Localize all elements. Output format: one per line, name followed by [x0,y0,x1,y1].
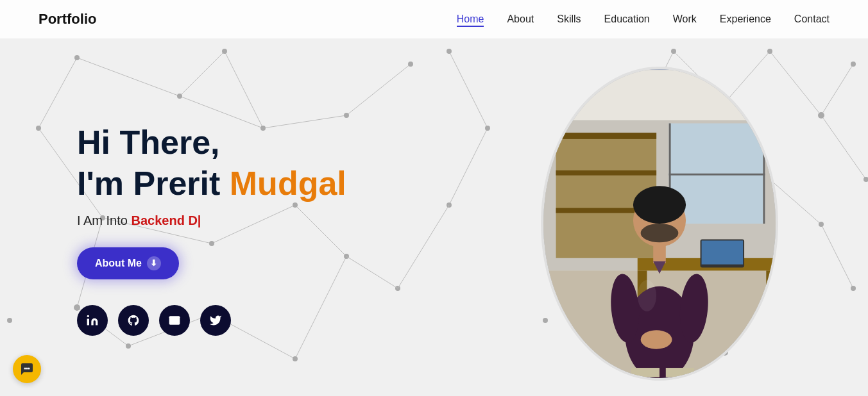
github-icon[interactable] [118,305,149,336]
profile-svg [543,67,776,381]
linkedin-icon[interactable] [77,305,108,336]
hero-typing-text: Backend D| [131,213,201,227]
main-content: Hi There, I'm Prerit Mudgal I Am Into Ba… [0,38,868,396]
svg-rect-86 [653,244,666,263]
nav-link-about[interactable]: About [507,13,534,24]
profile-oval [541,67,778,381]
svg-point-92 [641,330,672,349]
chat-bubble-button[interactable] [13,355,41,383]
hero-subtitle-static: I Am Into [77,213,131,227]
hero-name: I'm Prerit Mudgal [77,165,346,202]
nav-item-about[interactable]: About [507,13,534,25]
navbar: Portfolio Home About Skills Education Wo… [0,0,868,38]
svg-point-97 [26,368,28,370]
nav-link-skills[interactable]: Skills [557,13,581,24]
svg-point-87 [633,186,686,224]
svg-point-96 [24,368,26,370]
social-icons-group [77,305,346,336]
svg-point-88 [641,224,679,242]
about-me-label: About Me [95,258,142,269]
svg-rect-94 [666,368,694,377]
nav-link-home[interactable]: Home [457,13,484,27]
hero-subtitle: I Am Into Backend D| [77,213,346,228]
hero-name-static: I'm Prerit [77,165,230,202]
nav-item-work[interactable]: Work [673,13,697,25]
chat-icon [19,361,35,377]
nav-item-skills[interactable]: Skills [557,13,581,25]
about-me-button[interactable]: About Me ⬇ [77,247,179,279]
hero-name-highlight: Mudgal [230,165,346,202]
svg-rect-81 [766,270,776,320]
svg-rect-93 [631,368,660,377]
svg-rect-76 [556,170,657,176]
arrow-down-icon: ⬇ [147,256,161,270]
nav-links: Home About Skills Education Work Experie… [457,13,830,25]
nav-link-work[interactable]: Work [673,13,697,24]
nav-item-home[interactable]: Home [457,13,484,25]
email-icon[interactable] [159,305,190,336]
nav-item-education[interactable]: Education [604,13,650,25]
svg-rect-83 [702,240,744,264]
twitter-icon[interactable] [200,305,231,336]
nav-item-experience[interactable]: Experience [720,13,771,25]
brand-logo[interactable]: Portfolio [38,11,96,28]
profile-image-container [541,67,778,381]
nav-link-education[interactable]: Education [604,13,650,24]
hero-greeting: Hi There, [77,124,346,161]
nav-link-contact[interactable]: Contact [794,13,830,24]
svg-rect-73 [669,174,765,176]
svg-rect-75 [556,133,657,139]
hero-section: Hi There, I'm Prerit Mudgal I Am Into Ba… [77,124,346,335]
svg-point-66 [87,315,89,317]
profile-image [543,69,776,378]
nav-link-experience[interactable]: Experience [720,13,771,24]
svg-rect-68 [543,70,776,120]
svg-point-98 [28,368,30,370]
svg-point-95 [638,280,656,311]
nav-item-contact[interactable]: Contact [794,13,830,25]
